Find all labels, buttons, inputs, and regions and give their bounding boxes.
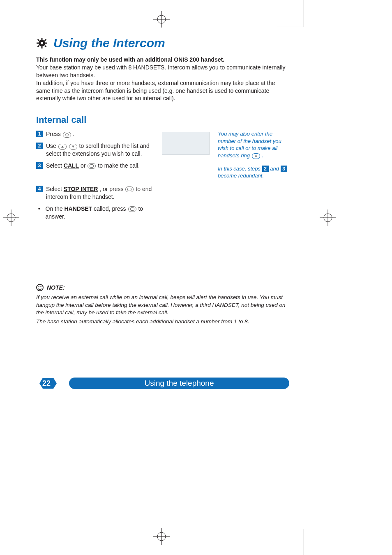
svg-rect-17 — [45, 43, 47, 44]
down-key-icon — [69, 144, 77, 150]
intercom-key-icon — [63, 132, 71, 138]
sidebar-text: In this case, steps — [218, 166, 262, 172]
svg-rect-20 — [37, 45, 40, 48]
svg-point-13 — [41, 42, 43, 44]
bullet-item: • On the HANDSET called, press to answer… — [36, 205, 154, 221]
phone-key-icon — [88, 163, 96, 169]
dot-key-icon — [252, 153, 260, 159]
svg-point-23 — [38, 286, 39, 287]
page-footer: 22 Using the telephone — [36, 377, 289, 389]
info-icon — [36, 284, 44, 291]
step-text: Use — [46, 143, 58, 149]
footer-section-label: Using the telephone — [144, 379, 214, 388]
stop-inter-softkey-label: STOP INTER — [64, 186, 98, 192]
crop-mark — [277, 27, 304, 27]
note-heading: NOTE: — [36, 284, 289, 291]
step-text: , or press — [99, 186, 125, 192]
note-label: NOTE: — [47, 284, 65, 291]
step-number-badge: 1 — [36, 131, 43, 137]
registration-mark-icon — [153, 528, 170, 545]
sidebar-text: become redundant. — [218, 173, 264, 179]
sidebar-note: You may also enter the number of the han… — [218, 130, 289, 179]
registration-mark-icon — [153, 11, 170, 28]
svg-point-24 — [40, 286, 41, 287]
step-3: 3 Select CALL or to make the call. — [36, 162, 154, 170]
note-body: If you receive an external call while on… — [36, 294, 289, 325]
up-key-icon — [58, 144, 67, 150]
sidebar-text: You may also enter the number of the han… — [218, 131, 281, 159]
step-number-badge: 3 — [36, 162, 43, 169]
step-text: Select — [46, 186, 64, 192]
svg-rect-21 — [44, 45, 47, 48]
bullet-text: called, press — [94, 205, 127, 212]
svg-rect-14 — [42, 38, 43, 40]
registration-mark-icon — [3, 210, 19, 226]
crop-mark — [277, 529, 304, 529]
columns: 1 Press . 2 Use to scroll through the li… — [36, 130, 289, 220]
step-text: or — [81, 162, 87, 169]
page-number-badge: 22 — [36, 377, 57, 389]
crop-mark — [304, 529, 304, 555]
step-text: Select — [46, 162, 64, 169]
svg-rect-18 — [37, 39, 40, 41]
phone-key-icon — [125, 187, 134, 192]
step-text: to make the call. — [98, 162, 140, 169]
step-4: 4 Select STOP INTER , or press to end in… — [36, 185, 154, 201]
display-column — [162, 130, 210, 155]
note-paragraph: The base station automatically allocates… — [36, 318, 289, 325]
intro-bold: This function may only be used with an a… — [36, 56, 289, 64]
page-content: Using the Intercom This function may onl… — [36, 36, 289, 327]
bullet-text: On the — [46, 205, 65, 212]
step-number-badge: 2 — [262, 166, 269, 172]
footer-section-bar: Using the telephone — [69, 378, 289, 389]
call-softkey-label: CALL — [64, 162, 79, 169]
svg-rect-16 — [37, 43, 39, 44]
phone-key-icon — [128, 206, 136, 212]
handset-label: HANDSET — [64, 205, 92, 212]
display-illustration — [162, 132, 210, 155]
page-number: 22 — [42, 379, 51, 388]
steps-column: 1 Press . 2 Use to scroll through the li… — [36, 130, 154, 220]
step-text: Press — [46, 131, 62, 137]
step-number-badge: 4 — [36, 186, 43, 192]
bullet-icon: • — [36, 205, 42, 221]
step-number-badge: 3 — [281, 166, 287, 172]
page-title: Using the Intercom — [53, 36, 165, 50]
svg-rect-19 — [44, 39, 47, 41]
intro-line: In addition, if you have three or more h… — [36, 79, 289, 103]
step-text: . — [73, 131, 75, 137]
svg-rect-15 — [42, 46, 43, 48]
registration-mark-icon — [320, 210, 336, 226]
note-block: NOTE: If you receive an external call wh… — [36, 284, 289, 325]
step-number-badge: 2 — [36, 143, 43, 149]
intro-line: Your base station may be used with 8 HAN… — [36, 64, 289, 79]
crop-mark — [304, 0, 304, 27]
gear-icon — [36, 37, 48, 49]
svg-point-22 — [37, 284, 43, 291]
sidebar-text: . — [262, 152, 263, 159]
step-2: 2 Use to scroll through the list and sel… — [36, 142, 154, 158]
sidebar-text: and — [270, 166, 280, 172]
intro-text: This function may only be used with an a… — [36, 56, 289, 102]
note-paragraph: If you receive an external call while on… — [36, 294, 289, 316]
title-row: Using the Intercom — [36, 36, 289, 50]
section-heading: Internal call — [36, 115, 289, 125]
step-1: 1 Press . — [36, 130, 154, 138]
